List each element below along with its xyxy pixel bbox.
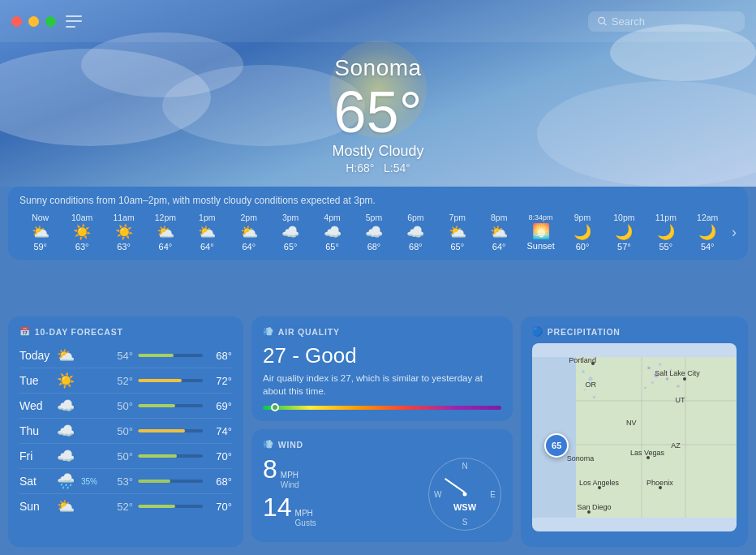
map-dot-la [598,486,601,489]
hour-temp: 63° [117,242,131,252]
hour-icon: ⛅ [32,225,49,239]
wind-gusts-row: 14 MPH Gusts [263,494,419,527]
wind-compass: N S E W WSW [428,458,501,531]
hour-temp: 64° [492,242,506,252]
wind-content: 8 MPH Wind 14 MPH Gusts [263,456,501,532]
hour-icon: 🌅 [532,224,550,239]
forecast-low: 50° [109,425,133,437]
hour-temp: 65° [325,242,339,252]
close-button[interactable] [11,16,22,27]
hour-temp: 63° [75,242,89,252]
minimize-button[interactable] [28,16,39,27]
hour-label: 4pm [324,213,340,222]
compass-east: E [490,490,496,499]
hour-label: 8:34pm [529,213,553,222]
hour-temp: 60° [576,242,590,252]
wind-icon: 💨 [263,439,274,450]
hour-label: 2pm [241,213,257,222]
city-name: Sonoma [334,55,421,81]
scroll-right-icon[interactable]: › [728,224,737,241]
map-container: Portland OR Salt Lake City NV UT 65 Sono… [532,343,737,531]
hour-temp: 59° [33,242,47,252]
hour-icon: ⛅ [490,225,508,239]
aq-icon: 💨 [263,326,274,337]
map-city-saltlake: Salt Lake City [655,369,700,377]
wind-gusts-unit-block: MPH Gusts [295,509,316,527]
hour-temp: 68° [409,242,423,252]
search-input[interactable] [612,15,735,28]
forecast-bar [138,354,174,357]
search-icon [598,16,607,26]
map-state-nv: NV [626,419,637,427]
hour-item: 7pm ⛅ 65° [436,213,478,252]
forecast-row: Sun ⛅ 52° 70° [19,493,232,518]
forecast-bar [138,379,182,382]
forecast-icon: 🌧️ [55,472,76,490]
compass-direction-label: WSW [453,502,476,512]
svg-point-13 [677,385,680,388]
svg-point-8 [659,363,662,366]
hour-icon: ☀️ [73,225,91,239]
forecast-high: 72° [208,375,232,387]
hour-label: 11am [113,213,134,222]
forecast-row: Today ⛅ 54° 68° [19,343,232,368]
hour-icon: ☀️ [115,225,133,239]
hour-temp: 65° [450,242,464,252]
hour-item: 1pm ⛅ 64° [187,213,228,252]
hour-label: 9pm [574,213,591,222]
maximize-button[interactable] [45,16,56,27]
hour-label: 10pm [613,213,634,222]
wind-gusts-number: 14 [263,494,292,520]
hour-icon: ⛅ [157,225,174,239]
high-low-temp: H:68° L:54° [346,161,410,174]
compass-dot [463,493,467,497]
forecast-icon: ☁️ [55,447,76,465]
forecast-list: Today ⛅ 54° 68° Tue ☀️ 52° 72° Wed ☁️ 50… [19,343,232,518]
forecast-row: Fri ☁️ 50° 70° [19,443,232,468]
weather-condition: Mostly Cloudy [332,143,423,160]
title-bar [0,0,756,42]
middle-panels: 💨 AIR QUALITY 27 - Good Air quality inde… [251,316,513,547]
svg-point-4 [582,370,585,373]
wind-speed-row: 8 MPH Wind [263,456,419,489]
forecast-panel-title: 📅 10-DAY FORECAST [19,326,232,337]
hour-icon: ⛅ [198,225,216,239]
search-bar[interactable] [588,11,745,32]
wind-panel: 💨 WIND 8 MPH Wind 14 MPH [251,429,513,542]
map-city-sandiego: San Diego [577,503,611,511]
hour-item: 11pm 🌙 55° [645,213,686,252]
forecast-bar-wrap [138,505,203,508]
sidebar-toggle-button[interactable] [66,15,82,28]
hour-item: 12pm ⛅ 64° [144,213,186,252]
hour-item: 4pm ☁️ 65° [311,213,353,252]
forecast-icon: ☁️ [55,397,76,415]
hour-item: Now ⛅ 59° [19,213,61,252]
forecast-day: Today [19,349,50,362]
forecast-bar-wrap [138,480,203,483]
hour-temp: 64° [159,242,173,252]
hour-item: 10am ☀️ 63° [61,213,102,252]
forecast-panel: 📅 10-DAY FORECAST Today ⛅ 54° 68° Tue ☀️… [8,316,243,547]
hour-label: 12am [697,213,718,222]
forecast-bar-wrap [138,379,203,382]
hour-label: 5pm [366,213,382,222]
forecast-bar [138,454,177,458]
hour-temp: 55° [659,242,672,252]
forecast-bar [138,480,170,483]
hour-icon: 🌙 [657,225,675,239]
calendar-icon: 📅 [19,326,31,337]
wind-speed-unit-block: MPH Wind [281,471,299,489]
hour-label: 12pm [155,213,176,222]
forecast-low: 50° [109,400,133,412]
hour-item: 8:34pm 🌅 Sunset [520,213,561,251]
svg-point-9 [666,377,669,381]
hour-item: 3pm ☁️ 65° [269,213,311,252]
forecast-low: 52° [109,375,133,387]
forecast-high: 70° [208,501,232,513]
forecast-low: 52° [109,501,133,513]
hour-item: 12am 🌙 54° [687,213,728,252]
wind-values: 8 MPH Wind 14 MPH Gusts [263,456,419,532]
hourly-summary-text: Sunny conditions from 10am–2pm, with mos… [19,195,737,206]
forecast-day: Wed [19,399,50,412]
aq-indicator [271,403,279,411]
